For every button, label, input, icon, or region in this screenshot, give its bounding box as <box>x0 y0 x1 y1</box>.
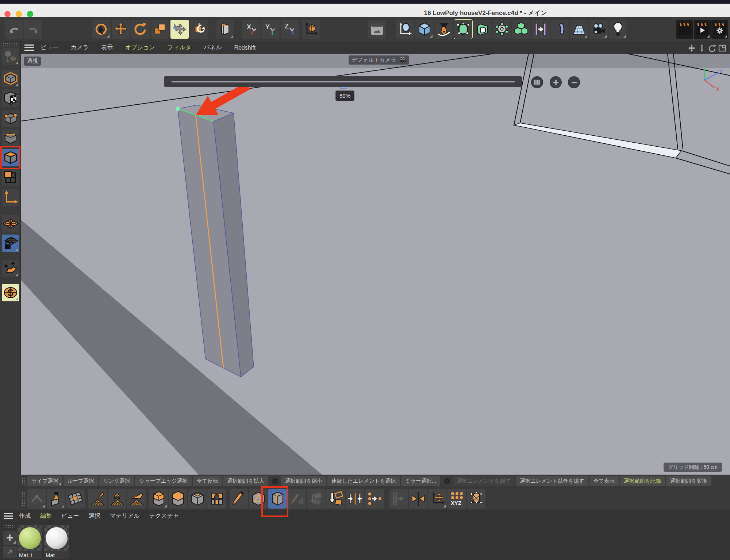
mirror-tool[interactable] <box>409 489 427 509</box>
mirror-selection-gear-icon[interactable] <box>443 477 451 485</box>
material-menu-texture[interactable]: テクスチャ <box>149 512 179 520</box>
move-component-tool-active[interactable] <box>170 20 189 39</box>
select-connected-button[interactable]: 連続したエレメントを選択 <box>327 476 400 486</box>
material-menu-edit[interactable]: 編集 <box>40 512 52 520</box>
object-tool[interactable] <box>216 20 234 39</box>
make-editable-button[interactable] <box>2 48 19 65</box>
minimize-window-button[interactable] <box>16 11 22 17</box>
material-menu-view[interactable]: ビュー <box>61 512 79 520</box>
iron-tool[interactable] <box>127 489 146 509</box>
set-point-value-tool[interactable] <box>326 489 345 509</box>
zoom-in-button[interactable] <box>550 76 562 88</box>
menu-filter[interactable]: フィルタ <box>168 44 192 51</box>
render-clapboard-button[interactable] <box>676 20 693 39</box>
create-point-tool[interactable] <box>27 489 46 509</box>
viewport-3d[interactable]: 透視 デフォルトカメラ 50% Y Z X グリッド間隔 : 50 cm <box>21 54 730 475</box>
lod-slider[interactable] <box>164 76 522 87</box>
point-mode-button[interactable] <box>2 110 19 127</box>
viewport-pan-icon[interactable] <box>688 44 696 52</box>
menu-options[interactable]: オプション <box>125 44 155 51</box>
material-swatch[interactable]: Mat.1 <box>18 525 42 559</box>
material-manager-grip[interactable] <box>3 524 15 528</box>
viewport-rotate-icon[interactable] <box>708 44 716 52</box>
snap-button[interactable] <box>2 260 19 277</box>
z-axis-lock-button[interactable]: Z <box>281 20 299 39</box>
loop-selection-button[interactable]: ループ選択 <box>64 476 98 486</box>
material-link-button[interactable] <box>3 546 17 558</box>
live-selection-button[interactable]: ライブ選択 <box>27 476 62 486</box>
shrink-selection-button[interactable]: 選択範囲を縮小 <box>281 476 326 486</box>
modeling-toolbar-grip[interactable] <box>22 491 25 506</box>
generator-button[interactable] <box>473 20 492 39</box>
extrude-tool[interactable] <box>149 489 168 509</box>
deformer-button[interactable] <box>551 20 569 39</box>
subdivide-tool[interactable] <box>66 489 85 509</box>
enable-axis-button[interactable] <box>2 189 19 206</box>
polygon-pen-tool[interactable] <box>47 489 65 509</box>
texture-mode-button[interactable] <box>2 89 19 107</box>
mirror-selection-button[interactable]: ミラー選択... <box>401 476 440 486</box>
hide-selected-button[interactable]: 選択エレメントを隠す <box>453 476 515 486</box>
menu-camera[interactable]: カメラ <box>71 44 89 51</box>
model-mode-button[interactable] <box>2 70 19 87</box>
render-play-button[interactable] <box>694 20 711 39</box>
bridge-tool[interactable] <box>207 489 226 509</box>
spline-pen-button[interactable] <box>435 20 453 39</box>
y-axis-lock-button[interactable]: Y <box>261 20 280 39</box>
symmetry-button[interactable] <box>531 20 550 39</box>
grow-selection-button[interactable]: 選択範囲を拡大 <box>223 476 268 486</box>
redo-button[interactable] <box>24 20 42 39</box>
invert-all-button[interactable]: 全て反転 <box>193 476 222 486</box>
selection-toolbar-grip[interactable] <box>22 477 25 485</box>
material-menu-select[interactable]: 選択 <box>89 512 100 520</box>
zoom-window-button[interactable] <box>27 11 33 17</box>
sharp-edge-selection-button[interactable]: シャープエッジ選択 <box>135 476 192 486</box>
floor-button[interactable] <box>570 20 588 39</box>
camera-button[interactable] <box>589 20 608 39</box>
menu-view[interactable]: ビュー <box>41 44 58 51</box>
slider-pause-button[interactable] <box>531 76 543 88</box>
dissolve-tool[interactable] <box>307 489 326 509</box>
material-menu-material[interactable]: マテリアル <box>110 512 140 520</box>
unhide-all-button[interactable]: 全て表示 <box>589 476 619 486</box>
coordinate-system-button[interactable] <box>302 20 320 39</box>
light-button[interactable] <box>609 20 627 39</box>
ring-selection-button[interactable]: リング選択 <box>99 476 134 486</box>
axis-rotate-tool[interactable] <box>190 20 208 39</box>
knife-tool[interactable] <box>230 489 248 509</box>
viewport-layout-toggle-icon[interactable] <box>718 44 726 52</box>
store-selection-button[interactable]: 選択範囲を記録 <box>620 476 665 486</box>
texture-axis-mode-button[interactable] <box>2 169 19 186</box>
add-material-button[interactable] <box>3 531 17 545</box>
brush-tool[interactable] <box>88 489 107 509</box>
loop-cut-tool[interactable] <box>288 489 306 509</box>
axis-gizmo[interactable]: Y Z X <box>687 59 723 92</box>
menu-redshift[interactable]: Redshift <box>234 45 256 51</box>
x-axis-lock-button[interactable]: X <box>242 20 260 39</box>
viewport-zoom-icon[interactable] <box>698 44 706 52</box>
menu-panel[interactable]: パネル <box>204 44 222 51</box>
spline-object-button[interactable] <box>396 20 414 39</box>
smooth-shift-tool[interactable] <box>188 489 207 509</box>
menu-display[interactable]: 表示 <box>101 44 113 51</box>
primitive-cube-button[interactable] <box>415 20 434 39</box>
snap-settings-button[interactable]: S <box>2 284 19 301</box>
material-menu-hamburger-icon[interactable] <box>4 513 13 519</box>
coordinates-xyz-tool[interactable]: XYZ <box>447 489 466 509</box>
undo-button[interactable] <box>5 20 23 39</box>
array-button[interactable] <box>493 20 511 39</box>
scene-fence-post[interactable] <box>176 105 254 377</box>
weld-tool[interactable] <box>346 489 364 509</box>
rotate-tool[interactable] <box>131 20 150 39</box>
grow-selection-gear-icon[interactable] <box>271 477 279 485</box>
edge-mode-button[interactable] <box>2 130 19 147</box>
material-swatch[interactable]: Mat <box>44 525 69 559</box>
magnet-tool[interactable] <box>108 489 126 509</box>
render-view-button[interactable] <box>368 20 386 39</box>
split-tool[interactable] <box>389 489 408 509</box>
close-window-button[interactable] <box>4 11 11 17</box>
collapse-tool[interactable] <box>365 489 384 509</box>
workplane-button[interactable] <box>2 215 19 232</box>
render-settings-button[interactable] <box>711 20 728 39</box>
zoom-out-button[interactable] <box>568 76 580 88</box>
